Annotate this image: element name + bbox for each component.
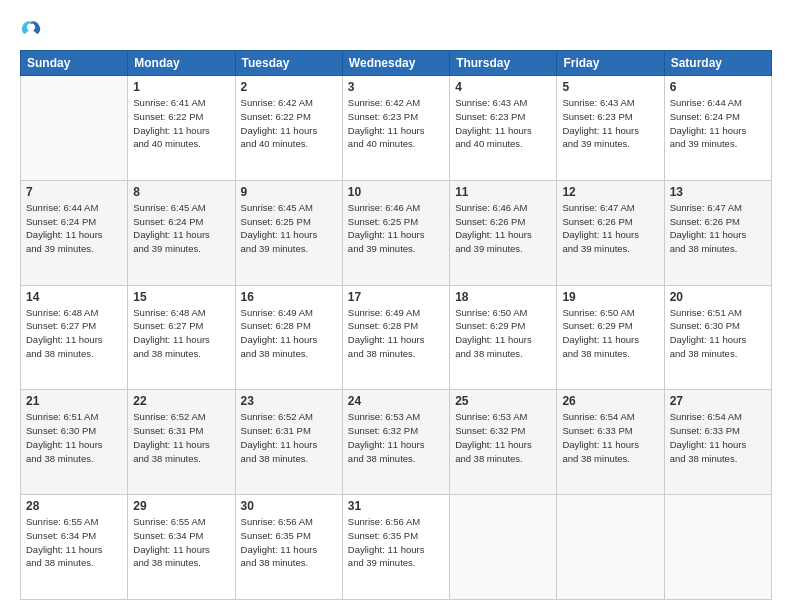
cell-content: Sunrise: 6:43 AMSunset: 6:23 PMDaylight:… [455, 96, 551, 151]
cell-content: Sunrise: 6:52 AMSunset: 6:31 PMDaylight:… [241, 410, 337, 465]
daylight-text: Daylight: 11 hours [26, 228, 122, 242]
calendar-cell [557, 495, 664, 600]
daylight-text: Daylight: 11 hours [670, 228, 766, 242]
sunrise-text: Sunrise: 6:50 AM [562, 306, 658, 320]
sunset-text: Sunset: 6:26 PM [562, 215, 658, 229]
calendar-cell: 31Sunrise: 6:56 AMSunset: 6:35 PMDayligh… [342, 495, 449, 600]
daylight-text-cont: and 40 minutes. [455, 137, 551, 151]
cell-content: Sunrise: 6:45 AMSunset: 6:24 PMDaylight:… [133, 201, 229, 256]
day-number: 14 [26, 290, 122, 304]
daylight-text: Daylight: 11 hours [562, 438, 658, 452]
calendar-cell [450, 495, 557, 600]
daylight-text-cont: and 38 minutes. [562, 452, 658, 466]
cell-content: Sunrise: 6:44 AMSunset: 6:24 PMDaylight:… [26, 201, 122, 256]
daylight-text: Daylight: 11 hours [133, 543, 229, 557]
calendar-cell: 21Sunrise: 6:51 AMSunset: 6:30 PMDayligh… [21, 390, 128, 495]
col-header-wednesday: Wednesday [342, 51, 449, 76]
calendar-cell: 17Sunrise: 6:49 AMSunset: 6:28 PMDayligh… [342, 285, 449, 390]
sunset-text: Sunset: 6:32 PM [348, 424, 444, 438]
daylight-text-cont: and 39 minutes. [26, 242, 122, 256]
sunset-text: Sunset: 6:23 PM [562, 110, 658, 124]
daylight-text-cont: and 38 minutes. [133, 556, 229, 570]
sunset-text: Sunset: 6:35 PM [241, 529, 337, 543]
calendar-cell [21, 76, 128, 181]
daylight-text-cont: and 39 minutes. [133, 242, 229, 256]
sunset-text: Sunset: 6:27 PM [133, 319, 229, 333]
cell-content: Sunrise: 6:55 AMSunset: 6:34 PMDaylight:… [133, 515, 229, 570]
cell-content: Sunrise: 6:51 AMSunset: 6:30 PMDaylight:… [670, 306, 766, 361]
day-number: 13 [670, 185, 766, 199]
col-header-saturday: Saturday [664, 51, 771, 76]
calendar-cell: 24Sunrise: 6:53 AMSunset: 6:32 PMDayligh… [342, 390, 449, 495]
calendar-cell: 27Sunrise: 6:54 AMSunset: 6:33 PMDayligh… [664, 390, 771, 495]
calendar-cell: 12Sunrise: 6:47 AMSunset: 6:26 PMDayligh… [557, 180, 664, 285]
daylight-text-cont: and 40 minutes. [241, 137, 337, 151]
cell-content: Sunrise: 6:42 AMSunset: 6:23 PMDaylight:… [348, 96, 444, 151]
daylight-text-cont: and 38 minutes. [348, 347, 444, 361]
calendar-cell: 26Sunrise: 6:54 AMSunset: 6:33 PMDayligh… [557, 390, 664, 495]
sunrise-text: Sunrise: 6:49 AM [348, 306, 444, 320]
sunrise-text: Sunrise: 6:51 AM [26, 410, 122, 424]
sunset-text: Sunset: 6:24 PM [26, 215, 122, 229]
daylight-text-cont: and 38 minutes. [26, 556, 122, 570]
daylight-text-cont: and 39 minutes. [455, 242, 551, 256]
sunrise-text: Sunrise: 6:54 AM [670, 410, 766, 424]
page: SundayMondayTuesdayWednesdayThursdayFrid… [0, 0, 792, 612]
daylight-text-cont: and 39 minutes. [562, 242, 658, 256]
sunset-text: Sunset: 6:32 PM [455, 424, 551, 438]
day-number: 4 [455, 80, 551, 94]
col-header-tuesday: Tuesday [235, 51, 342, 76]
calendar-table: SundayMondayTuesdayWednesdayThursdayFrid… [20, 50, 772, 600]
sunset-text: Sunset: 6:31 PM [133, 424, 229, 438]
cell-content: Sunrise: 6:43 AMSunset: 6:23 PMDaylight:… [562, 96, 658, 151]
daylight-text-cont: and 38 minutes. [26, 452, 122, 466]
day-number: 9 [241, 185, 337, 199]
daylight-text-cont: and 39 minutes. [348, 242, 444, 256]
cell-content: Sunrise: 6:48 AMSunset: 6:27 PMDaylight:… [133, 306, 229, 361]
daylight-text: Daylight: 11 hours [455, 228, 551, 242]
cell-content: Sunrise: 6:51 AMSunset: 6:30 PMDaylight:… [26, 410, 122, 465]
sunrise-text: Sunrise: 6:48 AM [26, 306, 122, 320]
cell-content: Sunrise: 6:42 AMSunset: 6:22 PMDaylight:… [241, 96, 337, 151]
calendar-cell [664, 495, 771, 600]
day-number: 23 [241, 394, 337, 408]
daylight-text-cont: and 40 minutes. [133, 137, 229, 151]
calendar-cell: 8Sunrise: 6:45 AMSunset: 6:24 PMDaylight… [128, 180, 235, 285]
sunset-text: Sunset: 6:25 PM [348, 215, 444, 229]
sunrise-text: Sunrise: 6:52 AM [241, 410, 337, 424]
daylight-text: Daylight: 11 hours [241, 333, 337, 347]
cell-content: Sunrise: 6:54 AMSunset: 6:33 PMDaylight:… [670, 410, 766, 465]
daylight-text-cont: and 38 minutes. [241, 347, 337, 361]
col-header-friday: Friday [557, 51, 664, 76]
day-number: 1 [133, 80, 229, 94]
daylight-text-cont: and 39 minutes. [562, 137, 658, 151]
daylight-text-cont: and 38 minutes. [348, 452, 444, 466]
daylight-text-cont: and 38 minutes. [670, 242, 766, 256]
sunset-text: Sunset: 6:29 PM [455, 319, 551, 333]
cell-content: Sunrise: 6:53 AMSunset: 6:32 PMDaylight:… [455, 410, 551, 465]
sunrise-text: Sunrise: 6:49 AM [241, 306, 337, 320]
day-number: 10 [348, 185, 444, 199]
day-number: 11 [455, 185, 551, 199]
cell-content: Sunrise: 6:48 AMSunset: 6:27 PMDaylight:… [26, 306, 122, 361]
header [20, 18, 772, 40]
col-header-thursday: Thursday [450, 51, 557, 76]
calendar-cell: 6Sunrise: 6:44 AMSunset: 6:24 PMDaylight… [664, 76, 771, 181]
sunset-text: Sunset: 6:33 PM [670, 424, 766, 438]
cell-content: Sunrise: 6:47 AMSunset: 6:26 PMDaylight:… [562, 201, 658, 256]
sunrise-text: Sunrise: 6:46 AM [455, 201, 551, 215]
daylight-text: Daylight: 11 hours [562, 228, 658, 242]
calendar-cell: 19Sunrise: 6:50 AMSunset: 6:29 PMDayligh… [557, 285, 664, 390]
sunrise-text: Sunrise: 6:55 AM [26, 515, 122, 529]
calendar-cell: 4Sunrise: 6:43 AMSunset: 6:23 PMDaylight… [450, 76, 557, 181]
daylight-text-cont: and 39 minutes. [241, 242, 337, 256]
sunrise-text: Sunrise: 6:45 AM [241, 201, 337, 215]
sunrise-text: Sunrise: 6:54 AM [562, 410, 658, 424]
cell-content: Sunrise: 6:50 AMSunset: 6:29 PMDaylight:… [562, 306, 658, 361]
daylight-text: Daylight: 11 hours [455, 438, 551, 452]
calendar-cell: 1Sunrise: 6:41 AMSunset: 6:22 PMDaylight… [128, 76, 235, 181]
sunset-text: Sunset: 6:25 PM [241, 215, 337, 229]
sunset-text: Sunset: 6:31 PM [241, 424, 337, 438]
sunset-text: Sunset: 6:26 PM [670, 215, 766, 229]
sunrise-text: Sunrise: 6:44 AM [26, 201, 122, 215]
